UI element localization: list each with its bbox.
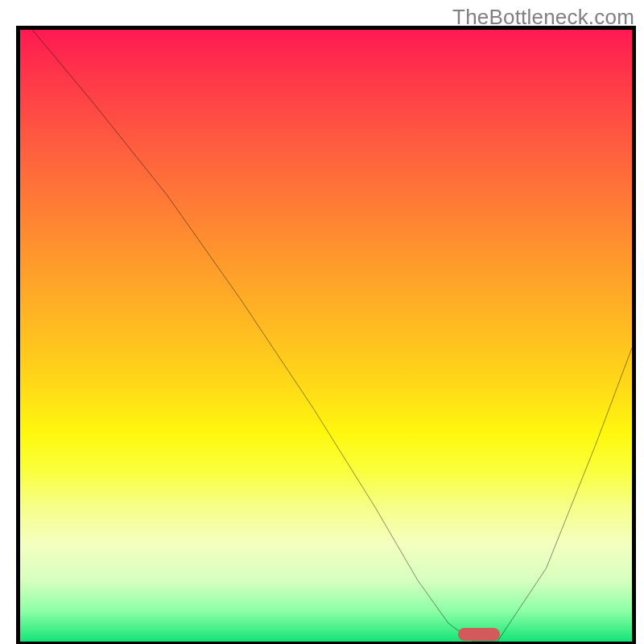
plot-area (20, 30, 632, 642)
plot-frame (16, 26, 636, 644)
optimal-marker (458, 628, 500, 641)
bottleneck-curve (20, 30, 632, 642)
chart-canvas: TheBottleneck.com (0, 0, 644, 644)
